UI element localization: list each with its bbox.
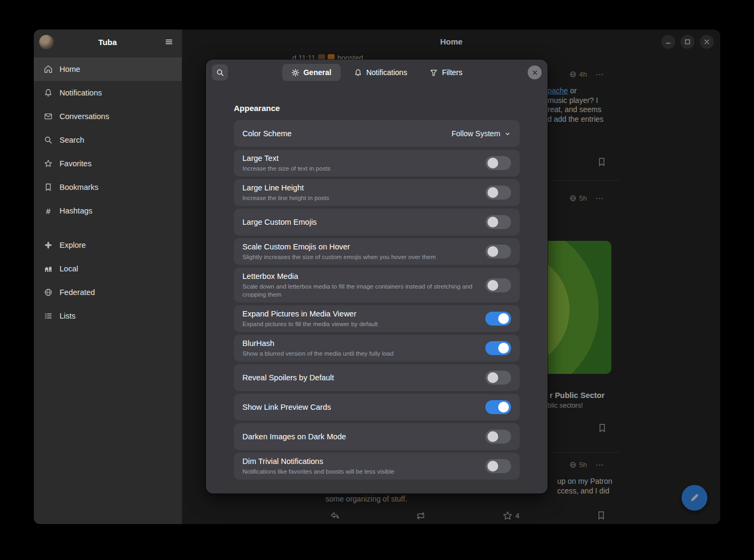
hashtag-icon: #	[44, 207, 53, 215]
toggle-switch[interactable]	[485, 156, 511, 170]
toggle-switch[interactable]	[485, 430, 511, 444]
row-text: Large Line Height Increase the line heig…	[242, 183, 485, 202]
toggle-switch[interactable]	[485, 400, 511, 414]
row-text: Large Text Increase the size of text in …	[242, 153, 485, 173]
post-menu-button[interactable]: ⋯	[595, 194, 604, 203]
toggle-switch[interactable]	[485, 186, 511, 200]
switch-knob	[487, 217, 498, 227]
boost-icon[interactable]	[416, 511, 426, 521]
main-header: Home	[182, 30, 720, 54]
row-subtitle: Expand pictures to fill the media viewer…	[242, 320, 473, 328]
search-button[interactable]	[212, 64, 228, 80]
close-window-button[interactable]	[700, 35, 714, 49]
post-menu-button[interactable]: ⋯	[595, 460, 604, 470]
bookmark-action-icon[interactable]	[597, 157, 607, 167]
mail-icon	[44, 112, 53, 121]
pref-row-reveal-spoilers: Reveal Spoilers by Default	[234, 364, 520, 391]
row-text: Expand Pictures in Media Viewer Expand p…	[242, 309, 485, 328]
close-dialog-button[interactable]	[528, 65, 542, 79]
row-title: Large Text	[242, 153, 478, 164]
row-title: BlurHash	[242, 338, 478, 349]
post-text-line: d add the entries	[548, 115, 603, 124]
tab-filters[interactable]: Filters	[420, 64, 471, 81]
sidebar-item-explore[interactable]: Explore	[34, 233, 182, 257]
tab-notifications[interactable]: Notifications	[345, 64, 416, 81]
sidebar-item-label: Notifications	[60, 89, 102, 97]
explore-icon	[44, 241, 53, 249]
dialog-tabs: General Notifications Filters	[282, 64, 472, 81]
toggle-switch[interactable]	[485, 341, 511, 355]
post-timestamp: 4h	[579, 70, 587, 79]
bookmark-action-icon[interactable]	[596, 511, 606, 520]
app-window: Tuba Home Notifications Conversations	[34, 30, 720, 524]
sidebar-item-notifications[interactable]: Notifications	[34, 81, 182, 105]
row-subtitle: Show a blurred version of the media unti…	[242, 350, 473, 358]
toggle-switch[interactable]	[485, 312, 511, 326]
row-text: Reveal Spoilers by Default	[242, 373, 485, 383]
sidebar-item-favorites[interactable]: Favorites	[34, 152, 182, 175]
row-title: Large Line Height	[242, 183, 478, 193]
maximize-button[interactable]	[681, 35, 694, 49]
chevron-down-icon	[504, 130, 511, 137]
post-menu-button[interactable]: ⋯	[595, 70, 604, 79]
toggle-switch[interactable]	[485, 215, 511, 229]
minimize-button[interactable]	[661, 35, 675, 49]
visibility-globe-icon	[570, 195, 576, 202]
post-text-line: ccess, and I did	[557, 487, 609, 496]
sidebar-item-bookmarks[interactable]: Bookmarks	[34, 175, 182, 199]
toggle-switch[interactable]	[485, 245, 511, 259]
menu-button[interactable]	[161, 34, 176, 49]
link-card-title[interactable]: r Public Sector	[550, 391, 604, 401]
row-text: Show Link Preview Cards	[242, 402, 485, 412]
pencil-icon	[689, 492, 700, 503]
post-text-line: some organizing of stuff.	[326, 495, 407, 504]
home-icon	[44, 65, 53, 73]
toggle-switch[interactable]	[485, 278, 511, 292]
close-icon	[531, 69, 538, 76]
app-title: Tuba	[58, 38, 157, 47]
sidebar-item-label: Hashtags	[60, 207, 92, 215]
sidebar-item-label: Explore	[60, 241, 86, 249]
pref-row-blurhash: BlurHash Show a blurred version of the m…	[234, 335, 520, 362]
tab-general[interactable]: General	[282, 64, 341, 81]
bookmark-action-icon[interactable]	[597, 423, 607, 433]
switch-knob	[487, 372, 498, 383]
sidebar-item-label: Local	[60, 264, 78, 273]
hamburger-icon	[165, 38, 173, 46]
dropdown-value: Follow System	[452, 129, 500, 138]
favorite-count: 4	[515, 511, 520, 521]
row-text: Dim Trivial Notifications Notifications …	[242, 456, 485, 476]
switch-knob	[498, 402, 509, 412]
sidebar-item-local[interactable]: Local	[34, 257, 182, 281]
user-avatar[interactable]	[39, 35, 54, 49]
globe-icon	[44, 288, 53, 297]
pref-row-dim-trivial-notifications: Dim Trivial Notifications Notifications …	[234, 453, 520, 480]
toggle-switch[interactable]	[485, 459, 511, 473]
row-title: Dim Trivial Notifications	[242, 456, 478, 467]
color-scheme-row[interactable]: Color Scheme Follow System	[234, 120, 520, 147]
sidebar-nav: Home Notifications Conversations Search …	[34, 54, 182, 328]
switch-knob	[487, 246, 498, 257]
favorite-icon[interactable]	[502, 511, 513, 521]
compose-button[interactable]	[682, 485, 707, 511]
sidebar-item-conversations[interactable]: Conversations	[34, 105, 182, 128]
tab-label: General	[304, 68, 331, 77]
post-meta: 5h ⋯	[570, 460, 604, 470]
color-scheme-dropdown[interactable]: Follow System	[452, 129, 511, 138]
reply-icon[interactable]	[330, 511, 340, 521]
toggle-switch[interactable]	[485, 371, 511, 385]
sidebar-item-hashtags[interactable]: # Hashtags	[34, 199, 182, 223]
sidebar-item-home[interactable]: Home	[34, 57, 182, 81]
row-subtitle: Scale down and letterbox media to fill t…	[242, 283, 473, 299]
row-text: Letterbox Media Scale down and letterbox…	[242, 271, 485, 299]
sidebar-item-lists[interactable]: Lists	[34, 304, 182, 328]
switch-knob	[487, 187, 498, 198]
sidebar-item-search[interactable]: Search	[34, 128, 182, 152]
post-link[interactable]: pache	[548, 86, 568, 95]
post-meta: 5h ⋯	[570, 194, 604, 203]
row-subtitle: Notifications like favorites and boosts …	[242, 468, 473, 476]
row-title: Darken Images on Dark Mode	[242, 432, 478, 442]
row-text: BlurHash Show a blurred version of the m…	[242, 338, 485, 358]
sidebar-header: Tuba	[34, 30, 182, 54]
sidebar-item-federated[interactable]: Federated	[34, 281, 182, 304]
